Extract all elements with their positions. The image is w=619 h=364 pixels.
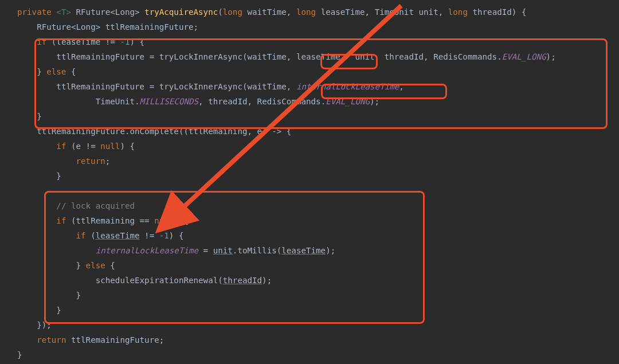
line-11: return;	[17, 156, 110, 166]
line-18: } else {	[17, 261, 115, 270]
line-4: ttlRemainingFuture = tryLockInnerAsync(w…	[17, 52, 556, 61]
line-23: return ttlRemainingFuture;	[17, 335, 164, 345]
return-type: RFuture<Long>	[76, 7, 140, 17]
line-19: scheduleExpirationRenewal(threadId);	[17, 276, 272, 285]
line-24: }	[17, 350, 22, 359]
line-3: if (leaseTime != -1) {	[17, 37, 144, 46]
line-10: if (e != null) {	[17, 142, 135, 151]
type-param: <T>	[56, 7, 71, 17]
line-12: }	[17, 171, 61, 181]
line-9: ttlRemainingFuture.onComplete((ttlRemain…	[17, 127, 291, 136]
line-22: });	[17, 320, 52, 330]
line-8: }	[17, 112, 42, 121]
line-14: // lock acquired	[17, 201, 135, 210]
method-name: tryAcquireAsync	[144, 7, 218, 17]
line-1: private <T> RFuture<Long> tryAcquireAsyn…	[17, 7, 526, 17]
line-6: ttlRemainingFuture = tryLockInnerAsync(w…	[17, 82, 404, 91]
line-16: if (leaseTime != -1) {	[17, 231, 183, 240]
line-7: TimeUnit.MILLISECONDS, threadId, RedisCo…	[17, 97, 379, 106]
line-20: }	[17, 291, 81, 300]
line-2: RFuture<Long> ttlRemainingFuture;	[17, 22, 198, 32]
line-15: if (ttlRemaining == null) {	[17, 216, 189, 225]
line-17: internalLockLeaseTime = unit.toMillis(le…	[17, 246, 335, 255]
line-5: } else {	[17, 67, 76, 76]
kw-private: private	[17, 7, 52, 17]
line-21: }	[17, 306, 61, 315]
code-block: private <T> RFuture<Long> tryAcquireAsyn…	[17, 5, 619, 362]
